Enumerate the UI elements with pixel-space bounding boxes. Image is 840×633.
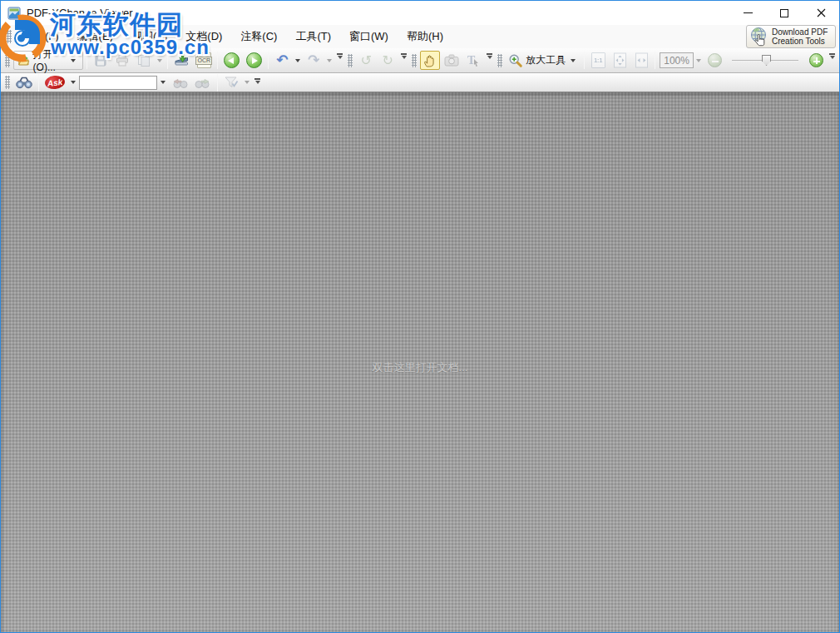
separator — [167, 52, 168, 69]
title-bar: PDF-XChange Viewer — [1, 1, 839, 25]
fit-page-icon — [613, 52, 627, 68]
download-label-line2: Creation Tools — [772, 37, 825, 46]
actual-size-label: 1:1 — [594, 57, 602, 63]
undo-button[interactable]: ↶ — [272, 51, 292, 70]
menu-edit[interactable]: 编辑(E) — [68, 25, 122, 48]
select-text-button[interactable]: T — [463, 51, 483, 70]
redo-icon: ↷ — [308, 53, 319, 67]
maximize-button[interactable] — [766, 1, 803, 25]
maximize-icon — [780, 9, 788, 17]
toolbar-overflow-button[interactable] — [254, 78, 260, 84]
menu-tools[interactable]: 工具(T) — [286, 25, 340, 48]
undo-dropdown-arrow[interactable] — [295, 59, 300, 62]
app-window: PDF-XChange Viewer 文件(F) 编辑(E) 视图(V) 文档(… — [0, 0, 840, 633]
filter-dropdown-arrow[interactable] — [245, 81, 250, 84]
zoom-in-button[interactable] — [806, 51, 826, 70]
ask-dropdown-arrow[interactable] — [71, 81, 76, 84]
open-button[interactable]: 打开(O)... — [13, 51, 83, 70]
open-document-hint[interactable]: 双击这里打开文档... — [373, 360, 468, 375]
zoom-out-icon — [708, 53, 722, 67]
export-dropdown-arrow[interactable] — [157, 59, 162, 62]
search-toolbar: Ask — [1, 73, 839, 92]
import-from-scanner-button[interactable] — [171, 51, 192, 70]
menu-view[interactable]: 视图(V) — [122, 25, 176, 48]
zoom-level-combo[interactable]: 100% — [660, 52, 694, 68]
ask-search-provider-button[interactable]: Ask — [42, 73, 67, 92]
back-arrow-icon — [224, 52, 240, 68]
menu-document[interactable]: 文档(D) — [176, 25, 231, 48]
file-toolbar-grip[interactable] — [5, 54, 10, 67]
tools-toolbar-grip[interactable] — [412, 54, 417, 67]
zoom-tool-dropdown-arrow[interactable] — [571, 59, 576, 62]
toolbar-overflow-button[interactable] — [487, 53, 492, 59]
toolbar-overflow-button[interactable] — [337, 53, 343, 59]
separator — [268, 52, 269, 69]
download-label-line1: Download PDF — [772, 27, 828, 37]
open-button-label: 打开(O)... — [33, 47, 66, 73]
window-title: PDF-XChange Viewer — [27, 7, 133, 19]
menubar-grip[interactable] — [7, 30, 12, 43]
filter-icon — [224, 76, 239, 89]
undo-icon: ↶ — [276, 53, 288, 67]
export-button[interactable] — [134, 51, 154, 70]
toolbar-overflow-button[interactable] — [401, 53, 407, 59]
search-button[interactable] — [13, 73, 35, 92]
snapshot-button[interactable] — [442, 51, 462, 70]
forward-arrow-icon — [246, 52, 262, 68]
zoom-slider-thumb[interactable] — [762, 55, 771, 66]
find-next-button[interactable] — [192, 73, 214, 92]
scanner-icon — [174, 53, 190, 67]
rotate-ccw-button[interactable]: ↺ — [356, 51, 376, 70]
go-forward-button[interactable] — [244, 51, 264, 70]
redo-dropdown-arrow[interactable] — [327, 59, 332, 62]
hand-tool-button[interactable] — [420, 51, 440, 70]
ask-logo-icon: Ask — [44, 75, 66, 90]
zoom-tool-button[interactable]: 放大工具 — [506, 51, 581, 70]
menu-window[interactable]: 窗口(W) — [340, 25, 398, 48]
app-icon — [7, 7, 22, 20]
hand-cursor-icon — [754, 34, 765, 47]
search-input[interactable] — [79, 76, 157, 90]
close-icon — [817, 8, 826, 17]
actual-size-button[interactable]: 1:1 — [588, 51, 608, 70]
filter-results-button[interactable] — [221, 73, 241, 92]
rotate-cw-button[interactable]: ↻ — [378, 51, 398, 70]
menu-comments[interactable]: 注释(C) — [231, 25, 286, 48]
go-back-button[interactable] — [221, 51, 242, 70]
magnifier-icon — [508, 53, 523, 68]
save-button[interactable] — [91, 51, 111, 70]
camera-icon — [444, 54, 459, 67]
binoculars-icon — [16, 77, 32, 89]
search-history-dropdown-arrow[interactable] — [161, 81, 166, 84]
hand-tool-icon — [422, 53, 437, 68]
search-toolbar-grip[interactable] — [5, 76, 10, 89]
ocr-button[interactable]: OCR — [194, 51, 214, 70]
close-button[interactable] — [803, 1, 839, 25]
find-previous-icon — [171, 77, 188, 89]
menu-file[interactable]: 文件(F) — [14, 25, 68, 48]
download-pdf-tools-button[interactable]: Download PDF Creation Tools — [746, 25, 836, 48]
find-next-icon — [195, 77, 211, 89]
document-area[interactable]: 双击这里打开文档... — [1, 92, 839, 632]
zoom-in-icon — [809, 53, 823, 67]
open-folder-icon — [18, 54, 30, 67]
window-controls — [729, 1, 839, 25]
rotate-cw-icon: ↻ — [383, 53, 393, 67]
open-dropdown-arrow[interactable] — [71, 59, 76, 62]
zoom-out-button[interactable] — [704, 51, 724, 70]
zoom-toolbar-grip[interactable] — [497, 54, 502, 67]
print-button[interactable] — [112, 51, 132, 70]
minimize-button[interactable] — [729, 1, 766, 25]
fit-width-button[interactable] — [631, 51, 651, 70]
toolbar-overflow-button[interactable] — [829, 53, 835, 59]
find-previous-button[interactable] — [169, 73, 190, 92]
zoom-slider[interactable] — [732, 53, 798, 67]
zoom-level-dropdown-arrow[interactable] — [696, 59, 701, 62]
redo-button[interactable]: ↷ — [304, 51, 324, 70]
save-icon — [94, 54, 107, 67]
fit-page-button[interactable] — [610, 51, 630, 70]
rotate-toolbar-grip[interactable] — [348, 54, 353, 67]
rotate-ccw-icon: ↺ — [361, 53, 372, 67]
separator — [217, 74, 218, 91]
menu-help[interactable]: 帮助(H) — [398, 25, 452, 48]
